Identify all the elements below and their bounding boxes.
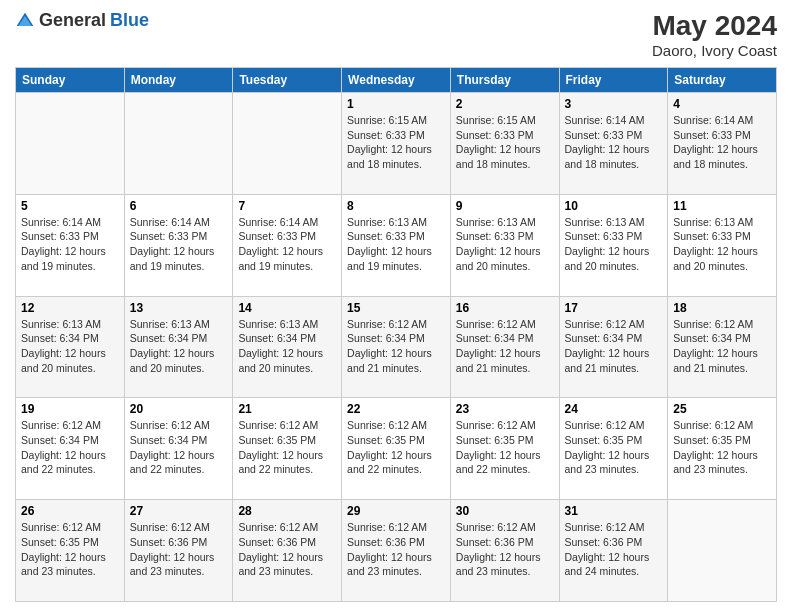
day-number: 27 [130,504,228,518]
calendar-cell: 21Sunrise: 6:12 AM Sunset: 6:35 PM Dayli… [233,398,342,500]
calendar-cell: 13Sunrise: 6:13 AM Sunset: 6:34 PM Dayli… [124,296,233,398]
location: Daoro, Ivory Coast [652,42,777,59]
day-info: Sunrise: 6:15 AM Sunset: 6:33 PM Dayligh… [456,113,554,172]
calendar-week-1: 5Sunrise: 6:14 AM Sunset: 6:33 PM Daylig… [16,194,777,296]
day-number: 3 [565,97,663,111]
calendar-table: SundayMondayTuesdayWednesdayThursdayFrid… [15,67,777,602]
calendar-header-row: SundayMondayTuesdayWednesdayThursdayFrid… [16,68,777,93]
calendar-cell: 25Sunrise: 6:12 AM Sunset: 6:35 PM Dayli… [668,398,777,500]
calendar-cell: 7Sunrise: 6:14 AM Sunset: 6:33 PM Daylig… [233,194,342,296]
day-number: 10 [565,199,663,213]
calendar-cell: 18Sunrise: 6:12 AM Sunset: 6:34 PM Dayli… [668,296,777,398]
calendar-header-sunday: Sunday [16,68,125,93]
calendar-header-friday: Friday [559,68,668,93]
day-number: 30 [456,504,554,518]
calendar-cell [16,93,125,195]
day-number: 20 [130,402,228,416]
calendar-cell: 15Sunrise: 6:12 AM Sunset: 6:34 PM Dayli… [342,296,451,398]
day-info: Sunrise: 6:14 AM Sunset: 6:33 PM Dayligh… [673,113,771,172]
day-info: Sunrise: 6:12 AM Sunset: 6:35 PM Dayligh… [347,418,445,477]
logo-icon [15,11,35,31]
calendar-header-monday: Monday [124,68,233,93]
day-info: Sunrise: 6:12 AM Sunset: 6:34 PM Dayligh… [130,418,228,477]
day-info: Sunrise: 6:12 AM Sunset: 6:35 PM Dayligh… [565,418,663,477]
calendar-cell: 24Sunrise: 6:12 AM Sunset: 6:35 PM Dayli… [559,398,668,500]
day-info: Sunrise: 6:12 AM Sunset: 6:36 PM Dayligh… [565,520,663,579]
calendar-cell: 22Sunrise: 6:12 AM Sunset: 6:35 PM Dayli… [342,398,451,500]
day-info: Sunrise: 6:12 AM Sunset: 6:34 PM Dayligh… [21,418,119,477]
day-number: 13 [130,301,228,315]
day-number: 22 [347,402,445,416]
title-block: May 2024 Daoro, Ivory Coast [652,10,777,59]
calendar-cell: 31Sunrise: 6:12 AM Sunset: 6:36 PM Dayli… [559,500,668,602]
day-number: 25 [673,402,771,416]
day-info: Sunrise: 6:12 AM Sunset: 6:35 PM Dayligh… [673,418,771,477]
day-info: Sunrise: 6:12 AM Sunset: 6:34 PM Dayligh… [347,317,445,376]
day-info: Sunrise: 6:12 AM Sunset: 6:34 PM Dayligh… [673,317,771,376]
day-info: Sunrise: 6:12 AM Sunset: 6:34 PM Dayligh… [456,317,554,376]
calendar-cell: 27Sunrise: 6:12 AM Sunset: 6:36 PM Dayli… [124,500,233,602]
day-number: 9 [456,199,554,213]
logo-general: General [39,10,106,31]
header: GeneralBlue May 2024 Daoro, Ivory Coast [15,10,777,59]
day-info: Sunrise: 6:14 AM Sunset: 6:33 PM Dayligh… [565,113,663,172]
day-info: Sunrise: 6:13 AM Sunset: 6:34 PM Dayligh… [21,317,119,376]
calendar-cell: 10Sunrise: 6:13 AM Sunset: 6:33 PM Dayli… [559,194,668,296]
calendar-week-4: 26Sunrise: 6:12 AM Sunset: 6:35 PM Dayli… [16,500,777,602]
day-info: Sunrise: 6:13 AM Sunset: 6:33 PM Dayligh… [347,215,445,274]
day-info: Sunrise: 6:13 AM Sunset: 6:33 PM Dayligh… [673,215,771,274]
calendar-cell: 30Sunrise: 6:12 AM Sunset: 6:36 PM Dayli… [450,500,559,602]
day-info: Sunrise: 6:13 AM Sunset: 6:34 PM Dayligh… [130,317,228,376]
calendar-cell [124,93,233,195]
day-number: 21 [238,402,336,416]
calendar-week-2: 12Sunrise: 6:13 AM Sunset: 6:34 PM Dayli… [16,296,777,398]
day-info: Sunrise: 6:12 AM Sunset: 6:36 PM Dayligh… [456,520,554,579]
day-info: Sunrise: 6:14 AM Sunset: 6:33 PM Dayligh… [21,215,119,274]
day-info: Sunrise: 6:12 AM Sunset: 6:35 PM Dayligh… [238,418,336,477]
day-info: Sunrise: 6:14 AM Sunset: 6:33 PM Dayligh… [238,215,336,274]
day-info: Sunrise: 6:13 AM Sunset: 6:33 PM Dayligh… [565,215,663,274]
calendar-header-tuesday: Tuesday [233,68,342,93]
page: GeneralBlue May 2024 Daoro, Ivory Coast … [0,0,792,612]
calendar-cell: 9Sunrise: 6:13 AM Sunset: 6:33 PM Daylig… [450,194,559,296]
calendar-cell: 12Sunrise: 6:13 AM Sunset: 6:34 PM Dayli… [16,296,125,398]
day-number: 29 [347,504,445,518]
calendar-cell: 2Sunrise: 6:15 AM Sunset: 6:33 PM Daylig… [450,93,559,195]
day-info: Sunrise: 6:15 AM Sunset: 6:33 PM Dayligh… [347,113,445,172]
calendar-cell: 4Sunrise: 6:14 AM Sunset: 6:33 PM Daylig… [668,93,777,195]
day-info: Sunrise: 6:12 AM Sunset: 6:36 PM Dayligh… [347,520,445,579]
month-year: May 2024 [652,10,777,42]
day-info: Sunrise: 6:12 AM Sunset: 6:36 PM Dayligh… [130,520,228,579]
day-number: 19 [21,402,119,416]
day-info: Sunrise: 6:12 AM Sunset: 6:35 PM Dayligh… [21,520,119,579]
day-number: 15 [347,301,445,315]
day-number: 4 [673,97,771,111]
day-number: 14 [238,301,336,315]
calendar-cell: 19Sunrise: 6:12 AM Sunset: 6:34 PM Dayli… [16,398,125,500]
calendar-header-saturday: Saturday [668,68,777,93]
calendar-cell: 11Sunrise: 6:13 AM Sunset: 6:33 PM Dayli… [668,194,777,296]
calendar-cell: 16Sunrise: 6:12 AM Sunset: 6:34 PM Dayli… [450,296,559,398]
day-info: Sunrise: 6:13 AM Sunset: 6:33 PM Dayligh… [456,215,554,274]
day-number: 28 [238,504,336,518]
day-number: 6 [130,199,228,213]
day-number: 16 [456,301,554,315]
calendar-cell: 17Sunrise: 6:12 AM Sunset: 6:34 PM Dayli… [559,296,668,398]
day-number: 23 [456,402,554,416]
calendar-cell: 5Sunrise: 6:14 AM Sunset: 6:33 PM Daylig… [16,194,125,296]
calendar-cell: 1Sunrise: 6:15 AM Sunset: 6:33 PM Daylig… [342,93,451,195]
day-number: 5 [21,199,119,213]
calendar-header-thursday: Thursday [450,68,559,93]
day-number: 18 [673,301,771,315]
calendar-cell: 3Sunrise: 6:14 AM Sunset: 6:33 PM Daylig… [559,93,668,195]
day-info: Sunrise: 6:12 AM Sunset: 6:34 PM Dayligh… [565,317,663,376]
calendar-cell: 28Sunrise: 6:12 AM Sunset: 6:36 PM Dayli… [233,500,342,602]
day-number: 1 [347,97,445,111]
day-number: 2 [456,97,554,111]
logo: GeneralBlue [15,10,149,31]
calendar-header-wednesday: Wednesday [342,68,451,93]
calendar-cell [668,500,777,602]
calendar-cell: 20Sunrise: 6:12 AM Sunset: 6:34 PM Dayli… [124,398,233,500]
calendar-cell: 6Sunrise: 6:14 AM Sunset: 6:33 PM Daylig… [124,194,233,296]
day-number: 26 [21,504,119,518]
